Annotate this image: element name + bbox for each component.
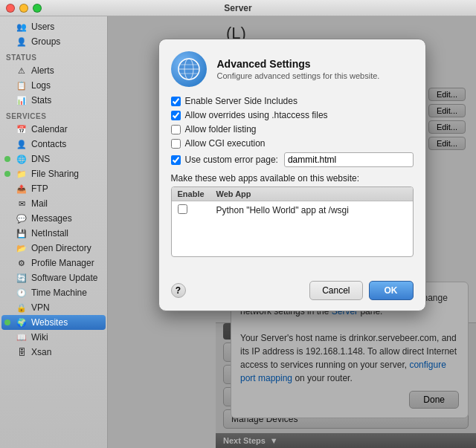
custom-error-field[interactable]: [284, 152, 414, 167]
checkbox-custom-error[interactable]: Use custom error page:: [171, 155, 278, 165]
help-button[interactable]: ?: [171, 283, 186, 298]
dns-icon: [16, 153, 28, 165]
webapp-enable-checkbox[interactable]: [178, 204, 187, 214]
modal-icon: [171, 51, 207, 87]
sidebar-item-opendirectory[interactable]: Open Directory: [0, 241, 107, 256]
checkbox-enable-ssi-input[interactable]: [171, 97, 181, 106]
modal-title-group: Advanced Settings Configure advanced set…: [217, 58, 380, 80]
col-header-webapp: Web App: [216, 189, 407, 198]
modal-title: Advanced Settings: [217, 58, 380, 70]
checkbox-enable-ssi[interactable]: Enable Server Side Includes: [171, 96, 414, 106]
modal-footer: ? Cancel OK: [159, 275, 425, 311]
modal-body: Enable Server Side Includes Allow overri…: [159, 93, 425, 275]
globe-icon: [177, 57, 201, 81]
checkbox-allow-htaccess[interactable]: Allow overrides using .htaccess files: [171, 110, 414, 120]
modal-overlay: Advanced Settings Configure advanced set…: [108, 16, 476, 448]
sidebar-label-stats: Stats: [31, 95, 51, 105]
sidebar-label-websites: Websites: [31, 317, 68, 328]
webapp-table: Enable Web App Python "Hello World" app …: [171, 186, 414, 257]
sidebar-label-profilemanager: Profile Manager: [31, 258, 94, 268]
checkbox-allow-cgi[interactable]: Allow CGI execution: [171, 138, 414, 149]
sidebar-label-contacts: Contacts: [31, 139, 66, 149]
messages-icon: [16, 212, 28, 224]
modal-subtitle: Configure advanced settings for this web…: [217, 71, 380, 80]
sidebar-item-wiki[interactable]: Wiki: [0, 330, 107, 345]
col-header-enable: Enable: [178, 189, 208, 198]
sidebar-label-mail: Mail: [31, 198, 48, 209]
title-bar: Server: [0, 0, 476, 16]
users-icon: [16, 21, 28, 33]
sidebar-label-opendirectory: Open Directory: [31, 243, 91, 253]
window-title: Server: [224, 3, 251, 13]
contacts-icon: [16, 138, 28, 150]
sidebar-item-websites[interactable]: Websites: [1, 315, 106, 330]
sidebar-label-alerts: Alerts: [31, 65, 54, 76]
alerts-icon: [16, 65, 28, 77]
sidebar-item-timemachine[interactable]: Time Machine: [0, 285, 107, 300]
sidebar-item-stats[interactable]: Stats: [0, 93, 107, 108]
content-area: (L) elf-s... Edit... Edit... Edit... Edi…: [108, 16, 476, 448]
sidebar-item-alerts[interactable]: Alerts: [0, 63, 107, 78]
sidebar-item-mail[interactable]: Mail: [0, 196, 107, 211]
window-controls: [6, 4, 42, 13]
sidebar-label-vpn: VPN: [31, 302, 50, 313]
checkbox-allow-folder[interactable]: Allow folder listing: [171, 124, 414, 134]
profilemanager-icon: [16, 257, 28, 269]
netinstall-icon: [16, 227, 28, 239]
sidebar-label-softwareupdate: Software Update: [31, 273, 97, 283]
sidebar-label-filesharing: File Sharing: [31, 169, 79, 179]
sidebar-item-calendar[interactable]: Calendar: [0, 122, 107, 137]
sidebar-label-dns: DNS: [31, 154, 50, 164]
checkbox-custom-error-input[interactable]: [171, 155, 181, 165]
webapp-table-header: Enable Web App: [172, 187, 413, 201]
sidebar-item-softwareupdate[interactable]: Software Update: [0, 270, 107, 285]
sidebar-item-profilemanager[interactable]: Profile Manager: [0, 256, 107, 270]
sidebar-item-xsan[interactable]: Xsan: [0, 345, 107, 360]
cancel-button[interactable]: Cancel: [309, 281, 362, 300]
filesharing-icon: [16, 168, 28, 180]
sidebar-label-ftp: FTP: [31, 184, 48, 194]
maximize-button[interactable]: [33, 4, 42, 13]
websites-status-dot: [4, 319, 10, 325]
checkbox-allow-folder-input[interactable]: [171, 125, 181, 134]
websites-icon: [16, 316, 28, 328]
dns-status-dot: [4, 156, 10, 162]
section-label-status: STATUS: [0, 49, 107, 63]
sidebar: Users Groups STATUS Alerts Logs Stats SE…: [0, 16, 108, 448]
logs-icon: [16, 79, 28, 91]
mail-icon: [16, 198, 28, 210]
minimize-button[interactable]: [19, 4, 28, 13]
checkbox-allow-cgi-input[interactable]: [171, 139, 181, 149]
sidebar-item-vpn[interactable]: VPN: [0, 300, 107, 315]
modal-action-buttons: Cancel OK: [309, 281, 413, 300]
sidebar-item-logs[interactable]: Logs: [0, 78, 107, 93]
sidebar-item-users[interactable]: Users: [0, 19, 107, 34]
sidebar-item-dns[interactable]: DNS: [0, 152, 107, 166]
checkbox-allow-htaccess-input[interactable]: [171, 111, 181, 120]
main-layout: Users Groups STATUS Alerts Logs Stats SE…: [0, 16, 476, 448]
sidebar-item-contacts[interactable]: Contacts: [0, 137, 107, 152]
sidebar-item-ftp[interactable]: FTP: [0, 181, 107, 196]
sidebar-label-groups: Groups: [31, 36, 60, 47]
close-button[interactable]: [6, 4, 15, 13]
advanced-settings-modal: Advanced Settings Configure advanced set…: [158, 39, 426, 311]
sidebar-item-netinstall[interactable]: NetInstall: [0, 226, 107, 241]
sidebar-item-filesharing[interactable]: File Sharing: [0, 166, 107, 181]
sidebar-label-wiki: Wiki: [31, 332, 48, 343]
ftp-icon: [16, 183, 28, 195]
webapp-table-empty: [172, 219, 413, 256]
webapp-name: Python "Hello World" app at /wsgi: [216, 205, 407, 215]
sidebar-label-timemachine: Time Machine: [31, 288, 87, 298]
sidebar-item-messages[interactable]: Messages: [0, 211, 107, 226]
sidebar-label-logs: Logs: [31, 80, 51, 91]
vpn-icon: [16, 302, 28, 314]
sidebar-label-users: Users: [31, 22, 54, 32]
custom-error-row: Use custom error page:: [171, 152, 414, 167]
ok-button[interactable]: OK: [369, 281, 414, 300]
section-label-services: SERVICES: [0, 108, 107, 122]
xsan-icon: [16, 346, 28, 358]
wiki-icon: [16, 331, 28, 343]
opendirectory-icon: [16, 242, 28, 254]
sidebar-item-groups[interactable]: Groups: [0, 34, 107, 49]
webapp-table-row: Python "Hello World" app at /wsgi: [172, 201, 413, 219]
